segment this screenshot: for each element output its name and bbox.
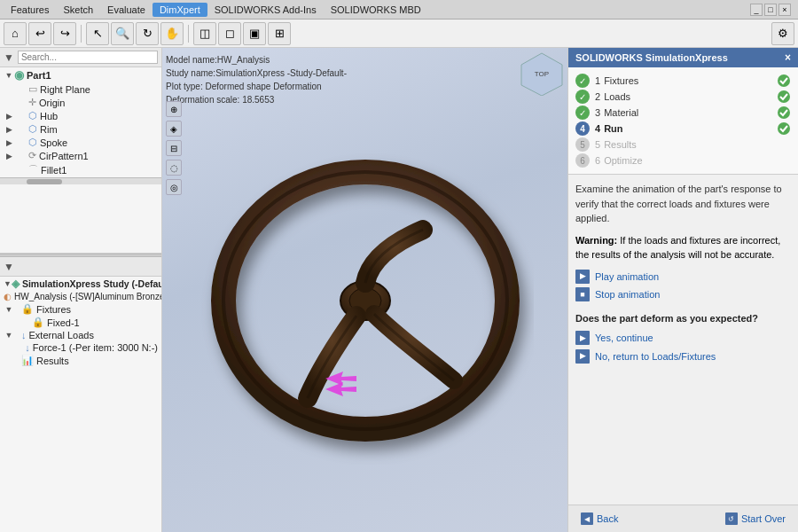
rightplane-icon: ▭ [28, 83, 37, 95]
right-panel-header: SOLIDWORKS SimulationXpress × [568, 48, 798, 67]
step-4-checkmark [777, 121, 791, 136]
right-panel-title: SOLIDWORKS SimulationXpress [575, 52, 728, 63]
no-icon: ▶ [575, 349, 590, 364]
tree-extloads-group[interactable]: ▼ ↓ External Loads [0, 329, 161, 341]
wizard-step-4[interactable]: 4 4 Run [575, 121, 791, 137]
tree-origin[interactable]: ✛ Origin [0, 96, 161, 109]
part-icon: ◉ [14, 68, 24, 82]
feature-search-input[interactable] [18, 51, 158, 64]
tree-extloads-label: External Loads [29, 330, 94, 340]
tree-force1[interactable]: ↓ Force-1 (-Per item: 3000 N:-) [0, 341, 161, 354]
toolbar-view3[interactable]: ▣ [243, 22, 266, 45]
tree-toggle-root: ▼ [4, 71, 14, 80]
vp-icon-display[interactable]: ◈ [166, 121, 182, 137]
close-btn[interactable]: × [778, 4, 791, 16]
yes-icon: ▶ [575, 331, 590, 345]
step-1-number: 1 [595, 75, 600, 86]
stop-icon: ■ [575, 287, 590, 301]
viewport-info: Model name:HW_Analysis Study name:Simula… [166, 53, 347, 106]
restore-btn[interactable]: □ [764, 4, 777, 16]
no-return-btn[interactable]: ▶ No, return to Loads/Fixtures [575, 349, 791, 364]
study-icon: ◈ [12, 278, 20, 290]
toolbar-view2[interactable]: ◻ [218, 22, 241, 45]
toolbar-view4[interactable]: ⊞ [268, 22, 291, 45]
tree-toggle-cir: ▶ [4, 152, 14, 160]
vp-icon-section[interactable]: ⊟ [166, 140, 182, 156]
tree-material[interactable]: ◐ HW_Analysis (-[SW]Aluminum Bronze) [0, 291, 161, 302]
menu-sketch[interactable]: Sketch [56, 3, 100, 17]
step-2-check: ✓ [575, 90, 590, 104]
tree-spoke-label: Spoke [40, 137, 67, 148]
vp-icon-view[interactable]: ⊕ [166, 101, 182, 117]
right-panel-content: Examine the animation of the part's resp… [568, 175, 798, 505]
tree-results[interactable]: 📊 Results [0, 354, 161, 367]
tree-fixtures-group[interactable]: ▼ 🔒 Fixtures [0, 302, 161, 316]
yes-continue-label: Yes, continue [595, 331, 653, 346]
play-animation-btn[interactable]: ▶ Play animation [575, 270, 791, 285]
toolbar-zoom[interactable]: 🔍 [111, 22, 134, 45]
play-animation-label: Play animation [595, 270, 659, 285]
tree-origin-label: Origin [39, 98, 65, 108]
vp-icon-appear[interactable]: ◎ [166, 179, 182, 195]
toolbar-redo[interactable]: ↪ [53, 22, 76, 45]
tree-fixed1-label: Fixed-1 [47, 317, 80, 328]
toolbar-rotate[interactable]: ↻ [136, 22, 159, 45]
tree-cirpattern[interactable]: ▶ ⟳ CirPattern1 [0, 149, 161, 162]
tree-fillet[interactable]: ⌒ Fillet1 [0, 162, 161, 177]
back-btn[interactable]: ◀ Back [575, 511, 623, 527]
tree-rightplane[interactable]: ▭ Right Plane [0, 82, 161, 96]
toolbar-home[interactable]: ⌂ [4, 22, 27, 45]
tree-toggle-fixtures: ▼ [4, 305, 14, 314]
tree-fixtures-label: Fixtures [36, 304, 71, 315]
menu-mbd[interactable]: SOLIDWORKS MBD [324, 3, 428, 17]
step-6-label: Optimize [604, 155, 642, 166]
part-feature-tree: ▼ ◉ Part1 ▭ Right Plane ✛ Origin ▶ ⬡ H [0, 67, 161, 254]
svg-point-10 [778, 106, 790, 119]
tree-study-root[interactable]: ▼ ◈ SimulationXpress Study (-Default-) [0, 277, 161, 291]
wizard-step-1[interactable]: ✓ 1 Fixtures [575, 73, 791, 89]
yes-continue-btn[interactable]: ▶ Yes, continue [575, 331, 791, 346]
tree-study-label: SimulationXpress Study (-Default-) [22, 278, 161, 289]
tree-root-part[interactable]: ▼ ◉ Part1 [0, 67, 161, 82]
menu-dimxpert[interactable]: DimXpert [153, 3, 207, 17]
wizard-step-3[interactable]: ✓ 3 Material [575, 105, 791, 121]
viewport[interactable]: Model name:HW_Analysis Study name:Simula… [162, 48, 567, 532]
view-cube[interactable]: TOP [520, 51, 564, 96]
results-icon: 📊 [21, 355, 34, 366]
warning-paragraph: Warning: If the loads and fixtures are i… [575, 233, 791, 262]
step-1-label: Fixtures [604, 75, 638, 86]
wizard-step-2[interactable]: ✓ 2 Loads [575, 89, 791, 105]
wizard-step-5: 5 5 Results [575, 137, 791, 153]
tree-spoke[interactable]: ▶ ⬡ Spoke [0, 136, 161, 149]
menu-addins[interactable]: SOLIDWORKS Add-Ins [207, 3, 324, 17]
tree-rim[interactable]: ▶ ⬡ Rim [0, 122, 161, 136]
step-5-check: 5 [575, 137, 590, 152]
tree-rim-label: Rim [40, 124, 58, 135]
back-icon: ◀ [581, 512, 593, 525]
start-over-btn[interactable]: ↺ Start Over [720, 511, 791, 527]
vp-icon-hide[interactable]: ◌ [166, 160, 182, 176]
play-icon: ▶ [575, 270, 590, 284]
svg-point-8 [778, 74, 790, 87]
toolbar-select[interactable]: ↖ [86, 22, 109, 45]
spoke-icon: ⬡ [28, 137, 37, 148]
toolbar-pan[interactable]: ✋ [160, 22, 184, 45]
toolbar-settings[interactable]: ⚙ [771, 22, 794, 45]
stop-animation-btn[interactable]: ■ Stop animation [575, 287, 791, 302]
right-panel-close-btn[interactable]: × [785, 51, 791, 64]
toolbar-view1[interactable]: ◫ [193, 22, 216, 45]
toolbar-undo[interactable]: ↩ [28, 22, 51, 45]
tree-fixed1[interactable]: 🔒 Fixed-1 [0, 316, 161, 329]
tree-toggle-study: ▼ [4, 279, 12, 288]
menu-evaluate[interactable]: Evaluate [100, 3, 153, 17]
step-5-label: Results [604, 139, 637, 150]
menu-features[interactable]: Features [4, 3, 56, 17]
minimize-btn[interactable]: _ [750, 4, 763, 16]
step-3-label: Material [604, 107, 638, 118]
fillet-icon: ⌒ [28, 163, 38, 176]
no-return-label: No, return to Loads/Fixtures [595, 349, 716, 364]
step-5-number: 5 [595, 139, 600, 150]
main-layout: ▼ ▼ ◉ Part1 ▭ Right Plane ✛ Origin [0, 48, 798, 532]
tree-top-hscroll[interactable] [0, 177, 161, 184]
tree-hub[interactable]: ▶ ⬡ Hub [0, 109, 161, 122]
